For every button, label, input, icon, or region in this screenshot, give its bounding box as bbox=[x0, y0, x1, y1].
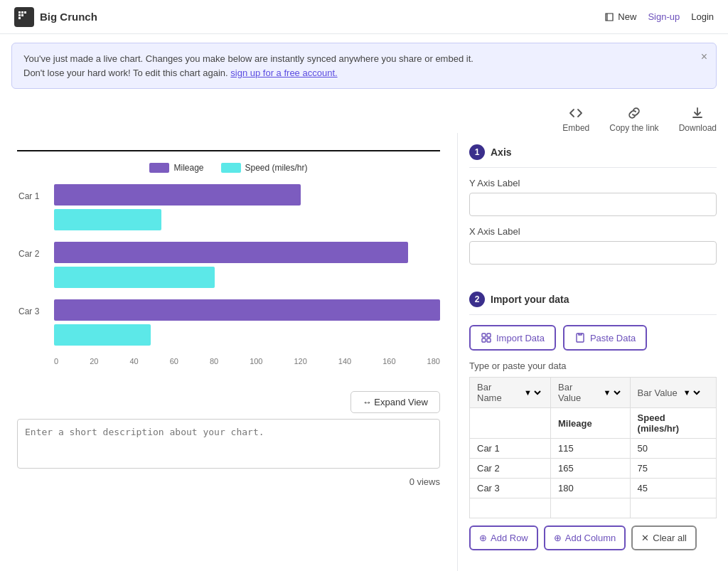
logo-text: Big Crunch bbox=[40, 11, 97, 23]
col1-subheader bbox=[470, 408, 551, 439]
table-cell: 50 bbox=[630, 439, 716, 459]
legend-speed-color bbox=[221, 163, 241, 173]
svg-rect-8 bbox=[482, 338, 486, 342]
banner-message2: Don't lose your hard work! To edit this … bbox=[23, 68, 228, 78]
svg-rect-1 bbox=[21, 11, 23, 14]
table-cell: Car 2 bbox=[470, 459, 551, 479]
table-row: Car 318045 bbox=[470, 479, 717, 498]
table-cell: 180 bbox=[551, 479, 631, 498]
table-cell-empty bbox=[630, 498, 716, 518]
x-axis-label-text: X Axis Label bbox=[469, 226, 717, 237]
bar-mileage bbox=[54, 242, 408, 263]
bar-mileage bbox=[54, 184, 301, 206]
bar-speed bbox=[54, 267, 215, 288]
signup-link[interactable]: Sign-up bbox=[648, 11, 680, 22]
download-icon bbox=[690, 106, 705, 120]
table-cell: 75 bbox=[630, 459, 716, 479]
col3-subheader: Speed (miles/hr) bbox=[630, 408, 716, 439]
bar-mileage bbox=[54, 299, 440, 321]
copy-link-button[interactable]: Copy the link bbox=[609, 106, 658, 133]
banner-signup-link[interactable]: sign up for a free account. bbox=[230, 68, 337, 78]
table-row: Car 216575 bbox=[470, 459, 717, 479]
svg-rect-9 bbox=[487, 338, 491, 342]
import-icon bbox=[481, 332, 492, 343]
bar-label: Car 2 bbox=[18, 249, 39, 259]
col2-dropdown[interactable]: ▼ bbox=[601, 388, 623, 397]
legend-mileage-label: Mileage bbox=[173, 163, 203, 173]
col2-subheader: Mileage bbox=[551, 408, 631, 439]
banner-message1: You've just made a live chart. Changes y… bbox=[23, 53, 473, 64]
bar-group: Car 3 bbox=[54, 299, 440, 346]
settings-panel: 1 Axis Y Axis Label X Axis Label 2 Impor… bbox=[458, 133, 728, 571]
chart-divider bbox=[17, 150, 440, 151]
banner-close-button[interactable]: × bbox=[701, 50, 707, 63]
expand-view-button[interactable]: ↔ Expand View bbox=[350, 391, 440, 413]
axis-section-num: 1 bbox=[469, 144, 485, 160]
y-axis-input[interactable] bbox=[469, 193, 717, 216]
table-cell: Car 3 bbox=[470, 479, 551, 498]
table-cell-empty bbox=[470, 498, 551, 518]
paste-data-button[interactable]: Paste Data bbox=[563, 325, 647, 351]
col-bar-value1-header: Bar Value ▼ bbox=[551, 378, 631, 408]
logo-icon bbox=[14, 7, 34, 27]
svg-rect-3 bbox=[18, 14, 21, 16]
clear-icon: ✕ bbox=[641, 533, 649, 543]
svg-rect-0 bbox=[18, 11, 21, 14]
import-section-header: 2 Import your data bbox=[469, 292, 717, 315]
add-row-icon: ⊕ bbox=[479, 533, 487, 543]
login-link[interactable]: Login bbox=[691, 11, 714, 22]
chart-toolbar: Embed Copy the link Download bbox=[0, 97, 728, 133]
svg-rect-4 bbox=[21, 14, 23, 16]
x-axis: 020406080100120140160180 bbox=[54, 357, 440, 365]
y-axis-label-text: Y Axis Label bbox=[469, 178, 717, 188]
link-icon bbox=[627, 106, 641, 120]
new-button[interactable]: New bbox=[604, 11, 636, 22]
bar-label: Car 3 bbox=[18, 306, 39, 316]
notification-banner: You've just made a live chart. Changes y… bbox=[11, 43, 717, 89]
chart-legend: Mileage Speed (miles/hr) bbox=[17, 163, 440, 173]
data-table: Bar Name ▼ Bar Value ▼ B bbox=[469, 377, 717, 518]
svg-rect-2 bbox=[24, 11, 26, 14]
axis-section-header: 1 Axis bbox=[469, 144, 717, 168]
embed-button[interactable]: Embed bbox=[562, 106, 589, 133]
add-column-button[interactable]: ⊕ Add Column bbox=[544, 525, 626, 550]
legend-mileage: Mileage bbox=[149, 163, 203, 173]
bar-group: Car 2 bbox=[54, 242, 440, 288]
type-paste-label: Type or paste your data bbox=[469, 361, 717, 371]
legend-speed-label: Speed (miles/hr) bbox=[245, 163, 308, 173]
svg-rect-7 bbox=[487, 333, 491, 337]
import-section: 2 Import your data Import Data Paste Dat… bbox=[469, 292, 717, 550]
add-col-icon: ⊕ bbox=[554, 533, 562, 543]
table-cell: 165 bbox=[551, 459, 631, 479]
col-bar-value2-header: Bar Value ▼ bbox=[630, 378, 716, 408]
col-bar-name-header: Bar Name ▼ bbox=[470, 378, 551, 408]
bar-group: Car 1 bbox=[54, 184, 440, 230]
logo: Big Crunch bbox=[14, 7, 604, 27]
table-row: Car 111550 bbox=[470, 439, 717, 459]
col3-dropdown[interactable]: ▼ bbox=[680, 388, 702, 397]
embed-icon bbox=[569, 106, 583, 120]
axis-section-title: Axis bbox=[491, 146, 512, 158]
table-row-empty bbox=[470, 498, 717, 518]
bar-speed bbox=[54, 324, 151, 346]
chart-area: Mileage Speed (miles/hr) Car 1Car 2Car 3… bbox=[11, 139, 446, 504]
add-row-button[interactable]: ⊕ Add Row bbox=[469, 525, 538, 550]
download-button[interactable]: Download bbox=[679, 106, 717, 133]
svg-rect-6 bbox=[482, 333, 486, 337]
legend-mileage-color bbox=[149, 163, 169, 173]
table-cell: Car 1 bbox=[470, 439, 551, 459]
clear-all-button[interactable]: ✕ Clear all bbox=[631, 525, 697, 550]
axis-section: 1 Axis Y Axis Label X Axis Label bbox=[469, 144, 717, 274]
chart-description-input[interactable] bbox=[17, 419, 440, 469]
bar-speed bbox=[54, 209, 161, 230]
import-section-num: 2 bbox=[469, 292, 485, 307]
paste-icon bbox=[574, 332, 586, 343]
views-count: 0 views bbox=[410, 476, 440, 487]
import-data-button[interactable]: Import Data bbox=[469, 325, 556, 351]
import-buttons-row: Import Data Paste Data bbox=[469, 325, 717, 351]
bar-chart: Car 1Car 2Car 3 020406080100120140160180 bbox=[17, 184, 440, 385]
col1-dropdown[interactable]: ▼ bbox=[521, 388, 543, 397]
x-axis-input[interactable] bbox=[469, 241, 717, 265]
svg-rect-5 bbox=[18, 17, 21, 19]
table-cell: 115 bbox=[551, 439, 631, 459]
